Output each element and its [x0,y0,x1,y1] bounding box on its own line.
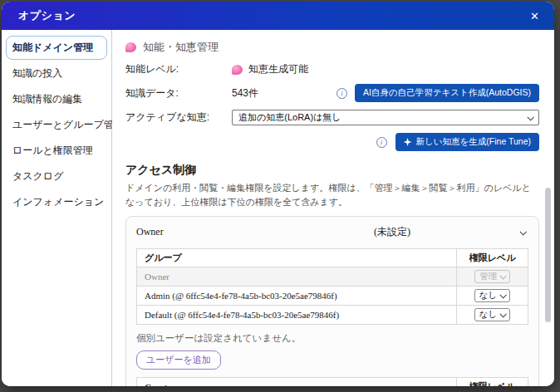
group-name: Owner [137,267,457,287]
group-permission-table: グループ 権限レベル Owner 管理 [136,248,528,325]
level-column-header: 権限レベル [457,249,528,267]
owner-label: Owner [136,226,164,238]
autodgis-button[interactable]: AI自身の自己学習テキスト作成(AutoDGIS) [355,84,539,102]
sparkle-icon [404,138,412,146]
section-title-text: 知能・知恵管理 [143,40,219,55]
admin-level-select[interactable]: なし [474,289,511,302]
table-row-admin: Admin (@ 6ffc54e4-fe78-4a5b-bc03-20e5ae7… [137,287,528,306]
sidebar-item-task-log[interactable]: タスクログ [6,164,107,189]
sidebar-item-knowledge-input[interactable]: 知識の投入 [6,61,107,86]
table-row-default: Default (@ 6ffc54e4-fe78-4a5b-bc03-20e5a… [137,306,528,325]
knowledge-blob-icon [125,42,136,52]
guest-permission-table: Guest 権限レベル Guest 利用 [136,377,528,386]
knowledge-data-row: 知識データ: 543件 i AI自身の自己学習テキスト作成(AutoDGIS) [125,84,539,102]
active-wisdom-select-value: 追加の知恵(LoRA)は無し [238,111,341,124]
default-level-select[interactable]: なし [474,308,511,321]
table-header-row: グループ 権限レベル [137,249,528,267]
finetune-button-label: 新しい知恵を生成(Fine Tune) [416,136,531,148]
finetune-row: i 新しい知恵を生成(Fine Tune) [125,133,539,151]
active-wisdom-select[interactable]: 追加の知恵(LoRA)は無し [232,110,539,125]
dialog-body: 知能ドメイン管理 知識の投入 知識情報の編集 ユーザーとグループ管理 ロールと権… [2,30,554,386]
no-individual-users-note: 個別ユーザーは設定されていません。 [136,332,528,345]
dialog-titlebar: オプション ✕ [2,2,554,30]
access-control-description: ドメインの利用・閲覧・編集権限を設定します。権限は、「管理＞編集＞閲覧＞利用」の… [125,181,539,209]
default-level-value: なし [479,309,498,321]
sidebar-item-knowledge-edit[interactable]: 知識情報の編集 [6,87,107,111]
sidebar-item-intelligent-domain[interactable]: 知能ドメイン管理 [6,36,107,60]
owner-select[interactable]: (未設定) [371,223,528,241]
owner-level-value: 管理 [479,271,497,282]
sidebar-item-users-groups[interactable]: ユーザーとグループ管理 [6,113,107,137]
finetune-button[interactable]: 新しい知恵を生成(Fine Tune) [395,133,539,151]
group-name: Default (@ 6ffc54e4-fe78-4a5b-bc03-20e5a… [137,306,457,325]
level-column-header: 権限レベル [457,378,528,386]
knowledge-blob-icon [232,65,243,75]
intelligence-level-label: 知能レベル: [125,62,232,76]
info-icon[interactable]: i [336,88,347,99]
dialog-title: オプション [18,8,76,23]
chevron-down-icon [500,292,507,298]
intelligence-level-text: 知恵生成可能 [248,62,308,76]
table-row-owner: Owner 管理 [137,267,528,287]
active-wisdom-row: アクティブな知恵: 追加の知恵(LoRA)は無し [125,110,539,125]
chevron-down-icon [500,311,507,317]
guest-column-header: Guest [137,378,457,386]
sidebar-item-roles-permissions[interactable]: ロールと権限管理 [6,139,107,163]
options-dialog: オプション ✕ 知能ドメイン管理 知識の投入 知識情報の編集 ユーザーとグループ… [2,2,554,386]
scrollbar-thumb[interactable] [545,188,551,322]
chevron-down-icon [519,228,526,235]
owner-row: Owner (未設定) [136,223,528,241]
admin-level-value: なし [479,290,498,301]
add-user-button[interactable]: ユーザーを追加 [136,350,221,370]
intelligence-level-value: 知恵生成可能 [232,62,539,76]
access-control-title: アクセス制御 [125,163,539,178]
active-wisdom-label: アクティブな知恵: [125,110,232,125]
chevron-down-icon [527,114,533,120]
sidebar-item-information[interactable]: インフォメーション [6,190,107,214]
main-content: 知能・知恵管理 知能レベル: 知恵生成可能 知識データ: 543件 i AI自身… [112,30,554,386]
intelligence-level-row: 知能レベル: 知恵生成可能 [125,62,539,76]
owner-level-select: 管理 [474,270,510,283]
info-icon[interactable]: i [376,137,387,148]
group-name: Admin (@ 6ffc54e4-fe78-4a5b-bc03-20e5ae7… [137,287,457,306]
knowledge-data-value: 543件 [232,86,336,100]
knowledge-data-label: 知識データ: [125,86,232,100]
acl-panel: Owner (未設定) グループ 権限レベル Owner [125,216,539,386]
section-header: 知能・知恵管理 [125,40,539,55]
access-control-section: アクセス制御 ドメインの利用・閲覧・編集権限を設定します。権限は、「管理＞編集＞… [125,163,539,386]
chevron-down-icon [499,272,506,279]
owner-select-value: (未設定) [374,225,410,239]
close-icon[interactable]: ✕ [530,11,539,22]
group-column-header: グループ [137,249,457,267]
table-header-row: Guest 権限レベル [137,378,528,386]
sidebar: 知能ドメイン管理 知識の投入 知識情報の編集 ユーザーとグループ管理 ロールと権… [2,30,112,386]
autodgis-group: i AI自身の自己学習テキスト作成(AutoDGIS) [336,84,539,102]
